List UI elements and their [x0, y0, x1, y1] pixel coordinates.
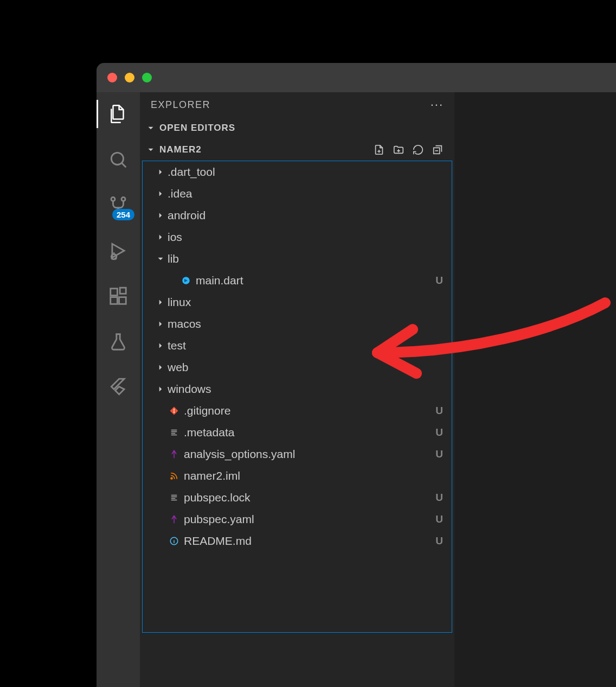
folder-macos[interactable]: macos [143, 313, 452, 335]
chevron-right-icon [153, 362, 168, 372]
collapse-all-icon[interactable] [432, 144, 444, 156]
chevron-down-icon [145, 144, 156, 155]
tree-item-label: macos [168, 317, 433, 330]
sidebar-title: EXPLORER [151, 99, 210, 111]
refresh-icon[interactable] [412, 144, 424, 156]
tree-item-label: .metadata [184, 426, 433, 439]
folder-web[interactable]: web [143, 357, 452, 378]
folder-windows[interactable]: windows [143, 378, 452, 400]
tree-item-label: test [168, 339, 433, 352]
vscode-window: 254 [97, 63, 616, 687]
activity-source-control[interactable]: 254 [106, 193, 130, 217]
chevron-right-icon [153, 341, 168, 351]
tree-item-label: main.dart [196, 274, 433, 287]
project-section-header[interactable]: NAMER2 [140, 139, 454, 161]
open-editors-title: OPEN EDITORS [159, 123, 235, 133]
tree-item-label: analysis_options.yaml [184, 448, 433, 461]
tree-item-label: namer2.iml [184, 469, 433, 482]
tree-item-label: .idea [168, 187, 433, 200]
folder-android[interactable]: android [143, 205, 452, 226]
chevron-right-icon [153, 189, 168, 199]
file-README.md[interactable]: README.mdU [143, 530, 452, 552]
lines-icon [168, 428, 181, 437]
tree-item-label: ios [168, 231, 433, 244]
open-editors-section-header[interactable]: OPEN EDITORS [140, 117, 454, 139]
svg-point-13 [171, 478, 172, 479]
git-status: U [433, 513, 445, 525]
info-icon [168, 536, 181, 546]
chevron-right-icon [153, 232, 168, 242]
rss-icon [168, 471, 181, 481]
debug-icon [108, 240, 129, 261]
file-tree: .dart_tool.ideaandroidioslibmain.dartUli… [142, 161, 452, 633]
flutter-icon [108, 377, 129, 398]
lines-icon [168, 493, 181, 502]
tree-item-label: linux [168, 296, 433, 309]
yaml-icon [168, 514, 181, 524]
tree-item-label: .gitignore [184, 404, 433, 417]
file-main.dart[interactable]: main.dartU [143, 270, 452, 291]
tree-item-label: lib [168, 252, 433, 265]
chevron-down-icon [145, 123, 156, 133]
window-zoom-button[interactable] [142, 73, 152, 82]
svg-point-1 [111, 197, 115, 201]
project-title: NAMER2 [159, 144, 202, 155]
file-namer2.iml[interactable]: namer2.iml [143, 465, 452, 487]
file-.gitignore[interactable]: .gitignoreU [143, 400, 452, 422]
explorer-sidebar: EXPLORER ··· OPEN EDITORS NAMER2 [140, 92, 454, 687]
yaml-icon [168, 449, 181, 459]
folder-.dart_tool[interactable]: .dart_tool [143, 161, 452, 183]
title-bar[interactable] [97, 63, 616, 92]
activity-flutter[interactable] [106, 376, 130, 399]
file-pubspec.yaml[interactable]: pubspec.yamlU [143, 508, 452, 530]
sidebar-more-button[interactable]: ··· [431, 98, 444, 112]
new-file-icon[interactable] [373, 144, 385, 156]
chevron-right-icon [153, 211, 168, 220]
file-.metadata[interactable]: .metadataU [143, 422, 452, 443]
chevron-right-icon [153, 384, 168, 394]
chevron-right-icon [153, 297, 168, 307]
tree-item-label: android [168, 209, 433, 222]
tree-item-label: pubspec.lock [184, 491, 433, 504]
git-status: U [433, 535, 445, 547]
svg-rect-7 [119, 297, 126, 304]
editor-area[interactable] [454, 92, 616, 687]
folder-ios[interactable]: ios [143, 226, 452, 248]
folder-.idea[interactable]: .idea [143, 183, 452, 205]
git-status: U [433, 448, 445, 460]
activity-extensions[interactable] [106, 284, 130, 308]
extensions-icon [108, 286, 129, 307]
folder-test[interactable]: test [143, 335, 452, 357]
file-pubspec.lock[interactable]: pubspec.lockU [143, 487, 452, 508]
folder-linux[interactable]: linux [143, 291, 452, 313]
window-close-button[interactable] [107, 73, 117, 82]
svg-rect-6 [111, 297, 118, 304]
svg-rect-8 [120, 288, 126, 294]
svg-rect-5 [111, 289, 118, 296]
tree-item-label: README.md [184, 535, 433, 548]
activity-testing[interactable] [106, 330, 130, 354]
git-status: U [433, 275, 445, 287]
activity-run-debug[interactable] [106, 239, 130, 263]
git-status: U [433, 405, 445, 417]
dart-icon [179, 276, 193, 285]
files-icon [108, 104, 129, 124]
git-status: U [433, 427, 445, 438]
folder-lib[interactable]: lib [143, 248, 452, 270]
new-folder-icon[interactable] [393, 144, 405, 156]
tree-item-label: windows [168, 383, 433, 396]
chevron-right-icon [153, 167, 168, 177]
chevron-down-icon [153, 254, 168, 264]
source-control-badge: 254 [112, 209, 134, 220]
tree-item-label: pubspec.yaml [184, 513, 433, 526]
svg-point-2 [121, 197, 125, 201]
activity-bar: 254 [97, 92, 140, 687]
search-icon [108, 149, 129, 170]
window-minimize-button[interactable] [125, 73, 134, 82]
git-icon [168, 406, 181, 416]
tree-item-label: .dart_tool [168, 166, 433, 179]
file-analysis_options.yaml[interactable]: analysis_options.yamlU [143, 443, 452, 465]
activity-search[interactable] [106, 148, 130, 171]
tree-item-label: web [168, 361, 433, 374]
activity-explorer[interactable] [106, 102, 130, 126]
